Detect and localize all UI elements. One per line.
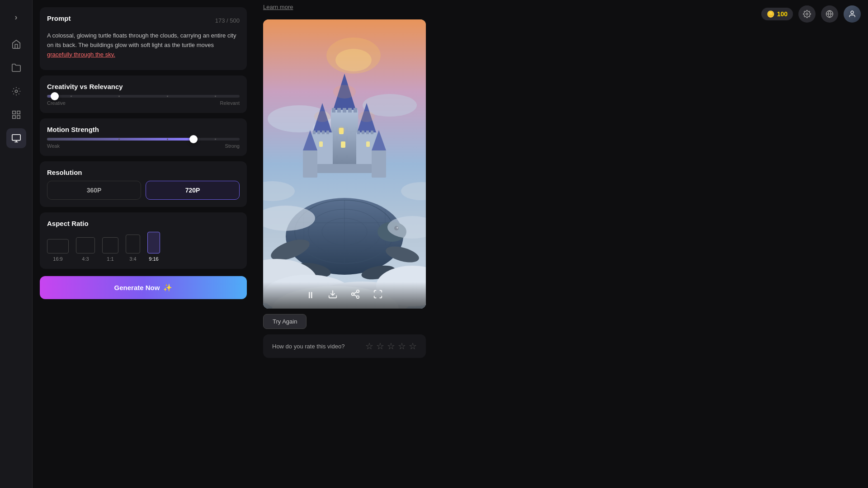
motion-strength-labels: Weak Strong bbox=[47, 143, 240, 149]
prompt-card: Prompt 173 / 500 A colossal, glowing tur… bbox=[40, 7, 247, 70]
pause-icon: ⏸ bbox=[306, 290, 315, 300]
star-3[interactable]: ☆ bbox=[387, 341, 395, 352]
svg-point-54 bbox=[338, 127, 345, 134]
motion-strength-slider-track[interactable] bbox=[47, 138, 240, 141]
svg-rect-32 bbox=[337, 108, 341, 113]
svg-rect-50 bbox=[372, 150, 386, 178]
svg-rect-52 bbox=[317, 164, 372, 173]
slider-tick bbox=[71, 139, 72, 140]
slider-tick bbox=[118, 139, 120, 140]
creativity-slider-container: Creative Relevant bbox=[47, 95, 240, 106]
creativity-slider-track[interactable] bbox=[47, 95, 240, 98]
prompt-title: Prompt bbox=[47, 14, 71, 22]
sidebar-item-home[interactable] bbox=[6, 34, 26, 54]
sidebar-item-projects[interactable] bbox=[6, 58, 26, 78]
video-illustration bbox=[263, 19, 426, 309]
sidebar-collapse-button[interactable]: › bbox=[6, 7, 26, 27]
coin-icon: 🪙 bbox=[767, 10, 774, 18]
svg-rect-45 bbox=[362, 131, 364, 134]
left-panel: Prompt 173 / 500 A colossal, glowing tur… bbox=[33, 0, 254, 488]
pause-button[interactable]: ⏸ bbox=[304, 288, 317, 302]
svg-rect-39 bbox=[317, 131, 320, 134]
aspect-label-3-4: 3:4 bbox=[129, 256, 136, 262]
settings-button[interactable] bbox=[798, 5, 816, 23]
svg-rect-55 bbox=[341, 141, 345, 148]
aspect-ratio-card: Aspect Ratio 16:9 4:3 1:1 bbox=[40, 212, 247, 269]
slider-tick bbox=[167, 139, 168, 140]
svg-rect-47 bbox=[371, 131, 373, 134]
svg-rect-4 bbox=[17, 116, 19, 118]
share-icon bbox=[350, 289, 360, 299]
aspect-ratio-16-9[interactable]: 16:9 bbox=[47, 239, 69, 262]
slider-tick bbox=[167, 96, 168, 97]
svg-rect-41 bbox=[326, 131, 329, 134]
star-1[interactable]: ☆ bbox=[365, 341, 373, 352]
generate-now-button[interactable]: Generate Now ✨ bbox=[40, 276, 247, 299]
video-container: ⏸ bbox=[263, 19, 426, 309]
resolution-title: Resolution bbox=[47, 169, 240, 176]
slider-tick bbox=[118, 96, 120, 97]
fullscreen-button[interactable] bbox=[371, 287, 385, 303]
svg-point-76 bbox=[806, 13, 808, 15]
aspect-ratio-4-3[interactable]: 4:3 bbox=[76, 237, 95, 262]
user-icon bbox=[848, 10, 856, 18]
aspect-ratio-options: 16:9 4:3 1:1 3:4 bbox=[47, 232, 240, 262]
resolution-360p-button[interactable]: 360P bbox=[47, 181, 141, 200]
creativity-slider-thumb[interactable] bbox=[51, 92, 59, 100]
share-button[interactable] bbox=[349, 287, 362, 303]
motion-strength-label-strong: Strong bbox=[225, 143, 240, 149]
svg-point-59 bbox=[314, 111, 330, 122]
prompt-highlight: gracefully through the sky. bbox=[47, 51, 115, 58]
sidebar-item-video-tools[interactable] bbox=[6, 128, 26, 148]
creativity-label-left: Creative bbox=[47, 100, 66, 106]
sidebar-item-assets[interactable] bbox=[6, 105, 26, 125]
download-button[interactable] bbox=[326, 287, 340, 303]
star-2[interactable]: ☆ bbox=[376, 341, 384, 352]
svg-rect-56 bbox=[319, 141, 323, 147]
motion-strength-card: Motion Strength Weak Strong bbox=[40, 118, 247, 156]
resolution-buttons: 360P 720P bbox=[47, 181, 240, 200]
try-again-button[interactable]: Try Again bbox=[263, 314, 307, 329]
video-controls: ⏸ bbox=[263, 282, 426, 309]
slider-tick bbox=[71, 96, 72, 97]
star-4[interactable]: ☆ bbox=[398, 341, 406, 352]
sparkle-icon: ✨ bbox=[163, 283, 172, 292]
aspect-ratio-9-16[interactable]: 9:16 bbox=[147, 232, 160, 262]
motion-strength-thumb[interactable] bbox=[189, 135, 198, 143]
right-panel: Learn more bbox=[254, 0, 868, 488]
learn-more-link[interactable]: Learn more bbox=[263, 4, 293, 10]
top-right-bar: 🪙 100 bbox=[761, 5, 861, 23]
svg-rect-35 bbox=[354, 108, 357, 113]
creativity-title: Creativity vs Relevancy bbox=[47, 83, 240, 90]
user-avatar[interactable] bbox=[844, 5, 861, 23]
star-5[interactable]: ☆ bbox=[409, 341, 417, 352]
resolution-card: Resolution 360P 720P bbox=[40, 161, 247, 207]
sidebar: › bbox=[0, 0, 33, 488]
coins-amount: 100 bbox=[777, 10, 788, 18]
slider-tick bbox=[215, 96, 216, 97]
rating-question: How do you rate this video? bbox=[272, 343, 358, 350]
fullscreen-icon bbox=[373, 289, 383, 299]
svg-line-75 bbox=[354, 292, 357, 294]
resolution-720p-button[interactable]: 720P bbox=[146, 181, 240, 200]
download-icon bbox=[328, 289, 338, 299]
svg-point-58 bbox=[333, 85, 356, 99]
prompt-textarea[interactable]: A colossal, glowing turtle floats throug… bbox=[47, 31, 240, 63]
svg-rect-5 bbox=[12, 135, 20, 141]
aspect-label-4-3: 4:3 bbox=[82, 256, 89, 262]
svg-rect-57 bbox=[366, 141, 370, 147]
aspect-label-9-16: 9:16 bbox=[149, 256, 158, 262]
gear-icon bbox=[803, 10, 811, 18]
svg-rect-33 bbox=[343, 108, 346, 113]
rating-card: How do you rate this video? ☆ ☆ ☆ ☆ ☆ bbox=[263, 334, 426, 358]
aspect-ratio-1-1[interactable]: 1:1 bbox=[102, 237, 118, 262]
video-preview bbox=[263, 19, 426, 309]
creativity-label-right: Relevant bbox=[220, 100, 240, 106]
sidebar-item-generate[interactable] bbox=[6, 81, 26, 101]
svg-rect-1 bbox=[12, 111, 15, 114]
aspect-ratio-3-4[interactable]: 3:4 bbox=[126, 235, 140, 262]
svg-point-10 bbox=[335, 49, 372, 71]
svg-point-79 bbox=[851, 11, 854, 14]
language-button[interactable] bbox=[821, 5, 838, 23]
svg-rect-2 bbox=[17, 111, 19, 114]
